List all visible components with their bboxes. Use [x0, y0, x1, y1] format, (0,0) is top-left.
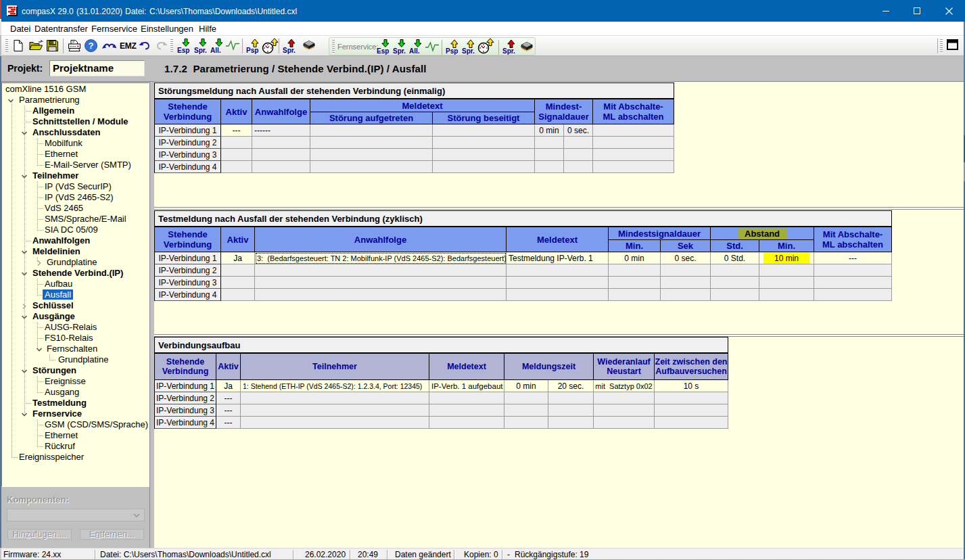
svg-text:?: ? [89, 41, 94, 51]
